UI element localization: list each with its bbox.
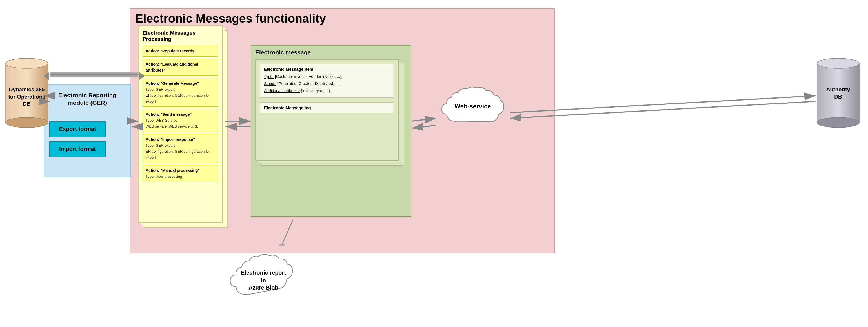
action-item-1: Action: "Evaluate additional attributes" (143, 59, 218, 76)
svg-point-2 (6, 58, 48, 68)
svg-point-5 (817, 58, 859, 68)
em-log-title: Electronic Message log (264, 105, 390, 110)
svg-point-4 (817, 118, 859, 128)
em-processing-stack: Electronic Messages Processing Action: "… (138, 25, 228, 239)
em-log-box: Electronic Message log (260, 102, 395, 113)
action-item-5: Action: "Manual processing"Type: User pr… (143, 165, 218, 182)
additional-label: Additional attributes: (264, 89, 300, 93)
svg-line-24 (510, 96, 815, 113)
authority-db-label: AuthorityDB (815, 86, 861, 100)
dynamics-db-label: Dynamics 365for OperationsDB (4, 86, 49, 107)
svg-text:Azure Blob: Azure Blob (248, 285, 278, 291)
export-format-button[interactable]: Export format (49, 121, 106, 137)
er-module-title: Electronic Reporting module (GER) (44, 88, 130, 110)
er-module-box: Electronic Reporting module (GER) Export… (44, 85, 131, 177)
action-items-container: Action: "Populate records"Action: "Evalu… (143, 45, 218, 182)
type-label: Type: (264, 74, 274, 79)
webservice-cloud: Web-service (436, 85, 509, 135)
em-message-outer-title: Electronic message (251, 45, 411, 56)
action-item-0: Action: "Populate records" (143, 45, 218, 57)
svg-text:Web-service: Web-service (455, 103, 491, 110)
azure-blob-cloud: Electronic report in Azure Blob (225, 245, 302, 310)
em-processing-title: Electronic Messages Processing (143, 30, 218, 42)
diagram-container: Electronic Messages functionality Electr… (0, 0, 868, 327)
svg-point-1 (6, 118, 48, 128)
svg-text:Electronic report: Electronic report (241, 269, 286, 276)
em-paper-front: Electronic Message item Type: {Customer … (255, 59, 399, 161)
additional-value: {Invoice type, ...} (301, 89, 330, 93)
action-item-4: Action: "Import response"Type: GER expor… (143, 134, 218, 163)
em-item-title: Electronic Message item (264, 67, 390, 71)
em-message-outer: Electronic message Electronic Message it… (251, 45, 411, 217)
import-format-button[interactable]: Import format (49, 141, 106, 157)
em-item-details: Type: {Customer invoice, Vendor invoice,… (264, 73, 390, 95)
em-processing-paper-front: Electronic Messages Processing Action: "… (138, 25, 223, 223)
em-functionality-title: Electronic Messages functionality (135, 12, 326, 25)
type-value: {Customer invoice, Vendor invoice, ...} (275, 74, 341, 79)
status-value: {Populated, Created, Dismissed, ...} (277, 81, 340, 86)
status-label: Status: (264, 81, 276, 86)
svg-line-25 (510, 101, 815, 118)
em-item-box: Electronic Message item Type: {Customer … (260, 64, 395, 98)
action-item-2: Action: "Generate Message"Type: GER expo… (143, 78, 218, 107)
svg-text:in: in (261, 277, 266, 283)
action-item-3: Action: "Send message"Type: WEB ServiceW… (143, 109, 218, 132)
